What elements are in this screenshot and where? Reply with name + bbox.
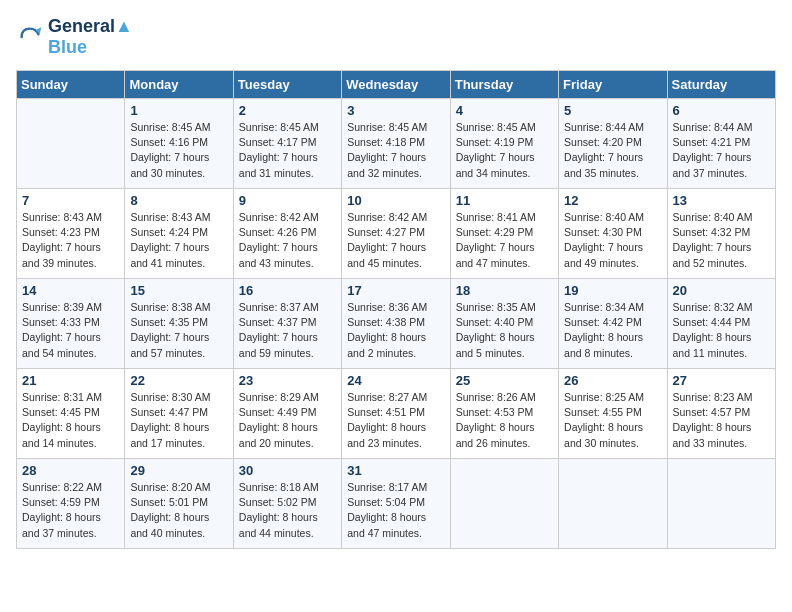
calendar-cell: 31Sunrise: 8:17 AMSunset: 5:04 PMDayligh… <box>342 459 450 549</box>
day-number: 11 <box>456 193 553 208</box>
calendar-table: SundayMondayTuesdayWednesdayThursdayFrid… <box>16 70 776 549</box>
cell-info: Sunrise: 8:27 AMSunset: 4:51 PMDaylight:… <box>347 390 444 451</box>
day-number: 18 <box>456 283 553 298</box>
day-number: 30 <box>239 463 336 478</box>
calendar-cell: 29Sunrise: 8:20 AMSunset: 5:01 PMDayligh… <box>125 459 233 549</box>
calendar-cell: 13Sunrise: 8:40 AMSunset: 4:32 PMDayligh… <box>667 189 775 279</box>
day-number: 26 <box>564 373 661 388</box>
calendar-cell: 24Sunrise: 8:27 AMSunset: 4:51 PMDayligh… <box>342 369 450 459</box>
day-number: 15 <box>130 283 227 298</box>
day-number: 20 <box>673 283 770 298</box>
day-number: 12 <box>564 193 661 208</box>
calendar-cell <box>559 459 667 549</box>
calendar-cell: 14Sunrise: 8:39 AMSunset: 4:33 PMDayligh… <box>17 279 125 369</box>
calendar-cell: 12Sunrise: 8:40 AMSunset: 4:30 PMDayligh… <box>559 189 667 279</box>
day-number: 17 <box>347 283 444 298</box>
day-number: 2 <box>239 103 336 118</box>
calendar-cell: 25Sunrise: 8:26 AMSunset: 4:53 PMDayligh… <box>450 369 558 459</box>
logo-icon <box>16 23 44 51</box>
day-number: 7 <box>22 193 119 208</box>
day-number: 27 <box>673 373 770 388</box>
cell-info: Sunrise: 8:45 AMSunset: 4:16 PMDaylight:… <box>130 120 227 181</box>
calendar-cell: 8Sunrise: 8:43 AMSunset: 4:24 PMDaylight… <box>125 189 233 279</box>
day-number: 1 <box>130 103 227 118</box>
calendar-cell: 23Sunrise: 8:29 AMSunset: 4:49 PMDayligh… <box>233 369 341 459</box>
cell-info: Sunrise: 8:43 AMSunset: 4:23 PMDaylight:… <box>22 210 119 271</box>
calendar-cell: 27Sunrise: 8:23 AMSunset: 4:57 PMDayligh… <box>667 369 775 459</box>
day-number: 14 <box>22 283 119 298</box>
day-number: 28 <box>22 463 119 478</box>
cell-info: Sunrise: 8:45 AMSunset: 4:17 PMDaylight:… <box>239 120 336 181</box>
day-number: 5 <box>564 103 661 118</box>
calendar-cell: 3Sunrise: 8:45 AMSunset: 4:18 PMDaylight… <box>342 99 450 189</box>
calendar-cell: 17Sunrise: 8:36 AMSunset: 4:38 PMDayligh… <box>342 279 450 369</box>
day-number: 29 <box>130 463 227 478</box>
weekday-header: Thursday <box>450 71 558 99</box>
calendar-cell: 30Sunrise: 8:18 AMSunset: 5:02 PMDayligh… <box>233 459 341 549</box>
cell-info: Sunrise: 8:23 AMSunset: 4:57 PMDaylight:… <box>673 390 770 451</box>
cell-info: Sunrise: 8:36 AMSunset: 4:38 PMDaylight:… <box>347 300 444 361</box>
cell-info: Sunrise: 8:45 AMSunset: 4:18 PMDaylight:… <box>347 120 444 181</box>
cell-info: Sunrise: 8:18 AMSunset: 5:02 PMDaylight:… <box>239 480 336 541</box>
weekday-header: Wednesday <box>342 71 450 99</box>
day-number: 21 <box>22 373 119 388</box>
cell-info: Sunrise: 8:42 AMSunset: 4:27 PMDaylight:… <box>347 210 444 271</box>
day-number: 9 <box>239 193 336 208</box>
cell-info: Sunrise: 8:40 AMSunset: 4:30 PMDaylight:… <box>564 210 661 271</box>
cell-info: Sunrise: 8:40 AMSunset: 4:32 PMDaylight:… <box>673 210 770 271</box>
calendar-cell: 6Sunrise: 8:44 AMSunset: 4:21 PMDaylight… <box>667 99 775 189</box>
logo-text: General▲ Blue <box>48 16 133 58</box>
day-number: 24 <box>347 373 444 388</box>
calendar-cell: 21Sunrise: 8:31 AMSunset: 4:45 PMDayligh… <box>17 369 125 459</box>
calendar-cell: 1Sunrise: 8:45 AMSunset: 4:16 PMDaylight… <box>125 99 233 189</box>
cell-info: Sunrise: 8:31 AMSunset: 4:45 PMDaylight:… <box>22 390 119 451</box>
cell-info: Sunrise: 8:41 AMSunset: 4:29 PMDaylight:… <box>456 210 553 271</box>
cell-info: Sunrise: 8:43 AMSunset: 4:24 PMDaylight:… <box>130 210 227 271</box>
calendar-cell: 10Sunrise: 8:42 AMSunset: 4:27 PMDayligh… <box>342 189 450 279</box>
calendar-cell <box>667 459 775 549</box>
day-number: 3 <box>347 103 444 118</box>
cell-info: Sunrise: 8:38 AMSunset: 4:35 PMDaylight:… <box>130 300 227 361</box>
cell-info: Sunrise: 8:45 AMSunset: 4:19 PMDaylight:… <box>456 120 553 181</box>
day-number: 10 <box>347 193 444 208</box>
cell-info: Sunrise: 8:30 AMSunset: 4:47 PMDaylight:… <box>130 390 227 451</box>
cell-info: Sunrise: 8:26 AMSunset: 4:53 PMDaylight:… <box>456 390 553 451</box>
calendar-cell: 2Sunrise: 8:45 AMSunset: 4:17 PMDaylight… <box>233 99 341 189</box>
cell-info: Sunrise: 8:44 AMSunset: 4:21 PMDaylight:… <box>673 120 770 181</box>
calendar-cell: 9Sunrise: 8:42 AMSunset: 4:26 PMDaylight… <box>233 189 341 279</box>
calendar-header: SundayMondayTuesdayWednesdayThursdayFrid… <box>17 71 776 99</box>
cell-info: Sunrise: 8:20 AMSunset: 5:01 PMDaylight:… <box>130 480 227 541</box>
cell-info: Sunrise: 8:25 AMSunset: 4:55 PMDaylight:… <box>564 390 661 451</box>
calendar-cell: 15Sunrise: 8:38 AMSunset: 4:35 PMDayligh… <box>125 279 233 369</box>
day-number: 23 <box>239 373 336 388</box>
calendar-cell <box>450 459 558 549</box>
day-number: 31 <box>347 463 444 478</box>
calendar-cell: 11Sunrise: 8:41 AMSunset: 4:29 PMDayligh… <box>450 189 558 279</box>
weekday-header: Saturday <box>667 71 775 99</box>
calendar-cell: 7Sunrise: 8:43 AMSunset: 4:23 PMDaylight… <box>17 189 125 279</box>
day-number: 19 <box>564 283 661 298</box>
weekday-header: Tuesday <box>233 71 341 99</box>
weekday-header: Friday <box>559 71 667 99</box>
cell-info: Sunrise: 8:44 AMSunset: 4:20 PMDaylight:… <box>564 120 661 181</box>
weekday-header: Monday <box>125 71 233 99</box>
day-number: 16 <box>239 283 336 298</box>
cell-info: Sunrise: 8:37 AMSunset: 4:37 PMDaylight:… <box>239 300 336 361</box>
calendar-cell: 22Sunrise: 8:30 AMSunset: 4:47 PMDayligh… <box>125 369 233 459</box>
day-number: 22 <box>130 373 227 388</box>
day-number: 4 <box>456 103 553 118</box>
calendar-cell <box>17 99 125 189</box>
cell-info: Sunrise: 8:32 AMSunset: 4:44 PMDaylight:… <box>673 300 770 361</box>
cell-info: Sunrise: 8:17 AMSunset: 5:04 PMDaylight:… <box>347 480 444 541</box>
calendar-cell: 5Sunrise: 8:44 AMSunset: 4:20 PMDaylight… <box>559 99 667 189</box>
calendar-cell: 4Sunrise: 8:45 AMSunset: 4:19 PMDaylight… <box>450 99 558 189</box>
cell-info: Sunrise: 8:29 AMSunset: 4:49 PMDaylight:… <box>239 390 336 451</box>
calendar-cell: 16Sunrise: 8:37 AMSunset: 4:37 PMDayligh… <box>233 279 341 369</box>
logo: General▲ Blue <box>16 16 133 58</box>
cell-info: Sunrise: 8:42 AMSunset: 4:26 PMDaylight:… <box>239 210 336 271</box>
calendar-cell: 20Sunrise: 8:32 AMSunset: 4:44 PMDayligh… <box>667 279 775 369</box>
calendar-cell: 18Sunrise: 8:35 AMSunset: 4:40 PMDayligh… <box>450 279 558 369</box>
page-header: General▲ Blue <box>16 16 776 58</box>
calendar-cell: 28Sunrise: 8:22 AMSunset: 4:59 PMDayligh… <box>17 459 125 549</box>
day-number: 6 <box>673 103 770 118</box>
